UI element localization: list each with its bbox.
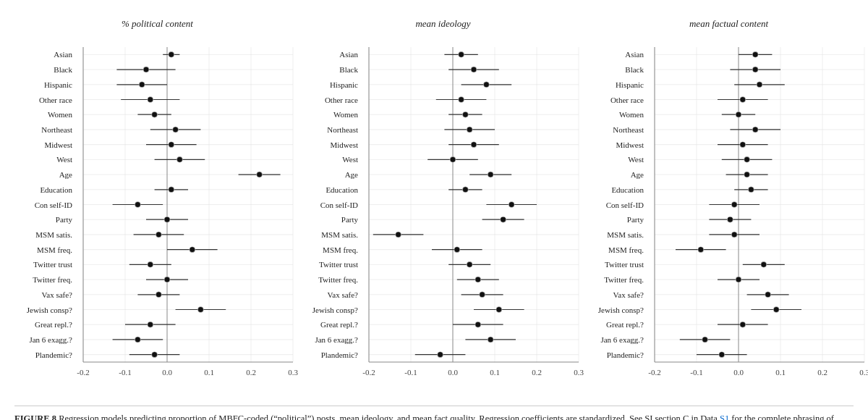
point-p1-14	[467, 261, 472, 267]
point-p2-3	[740, 97, 746, 103]
chart-panel-2: mean factual contentAsianBlackHispanicOt…	[586, 14, 868, 394]
point-p2-1	[752, 67, 758, 72]
tick-label-p2-0.2: 0.2	[817, 368, 827, 377]
point-p1-15	[475, 277, 481, 282]
row-label-19: Jan 6 exagg.?	[29, 335, 72, 344]
point-p0-16	[156, 292, 161, 298]
row-label-18: Great repl.?	[35, 320, 72, 329]
point-p2-12	[731, 232, 737, 238]
row-label-p2-14: Twitter trust	[605, 260, 644, 269]
point-p2-15	[736, 277, 741, 282]
row-label-p1-6: Midwest	[331, 140, 359, 149]
row-label-1: Black	[54, 65, 72, 74]
point-p0-7	[176, 156, 182, 162]
point-p0-0	[169, 51, 174, 57]
row-label-p2-2: Hispanic	[616, 80, 644, 89]
row-label-13: MSM freq.	[37, 245, 72, 254]
caption-text: Regression models predicting proportion …	[14, 413, 834, 420]
row-label-p2-9: Education	[611, 185, 644, 194]
tick-label-p2--0.1: -0.1	[690, 368, 702, 377]
point-p1-11	[501, 217, 506, 222]
row-label-4: Women	[48, 110, 72, 119]
row-label-2: Hispanic	[44, 80, 72, 89]
row-label-6: Midwest	[45, 140, 73, 149]
tick-label-p1-0.1: 0.1	[490, 368, 500, 377]
point-p2-9	[748, 187, 754, 193]
point-p0-5	[173, 127, 179, 133]
tick-label-p1--0.2: -0.2	[362, 368, 375, 377]
point-p1-13	[454, 247, 460, 253]
chart-panel-1: mean ideologyAsianBlackHispanicOther rac…	[300, 14, 586, 394]
point-p0-20	[152, 352, 158, 358]
row-label-p2-17: Jewish consp?	[598, 306, 644, 314]
point-p0-1	[143, 67, 149, 72]
point-p0-8	[257, 172, 263, 177]
point-p2-0	[752, 51, 758, 57]
row-label-p2-1: Black	[625, 65, 644, 74]
row-label-p1-15: Twitter freq.	[318, 275, 358, 284]
chart-title-2: mean factual content	[586, 18, 868, 30]
point-p0-19	[135, 337, 140, 343]
row-label-p2-11: Party	[627, 215, 644, 224]
row-label-3: Other race	[39, 96, 72, 104]
point-p2-14	[761, 261, 767, 267]
tick-label-p0-0.1: 0.1	[204, 368, 214, 377]
tick-label-p1-0: 0.0	[448, 368, 458, 377]
tick-label-p0--0.2: -0.2	[77, 368, 89, 377]
point-p1-17	[496, 307, 502, 313]
point-p2-18	[740, 322, 746, 327]
row-label-p1-11: Party	[341, 215, 359, 224]
row-label-p1-13: MSM freq.	[323, 245, 358, 254]
row-label-p2-5: Northeast	[613, 125, 644, 134]
row-label-p1-20: Plandemic?	[321, 350, 358, 359]
row-label-p2-12: MSM satis.	[607, 230, 644, 239]
row-label-20: Plandemic?	[35, 350, 72, 359]
point-p1-10	[509, 202, 514, 208]
row-label-p2-16: Vax safe?	[613, 290, 644, 299]
point-p1-7	[450, 156, 456, 162]
point-p1-2	[483, 82, 489, 88]
tick-label-p2-0: 0.0	[733, 368, 744, 377]
row-label-p2-18: Great repl.?	[606, 320, 644, 329]
point-p2-19	[702, 337, 708, 343]
point-p0-10	[135, 202, 140, 208]
row-label-p1-5: Northeast	[327, 125, 358, 134]
row-label-p1-7: West	[342, 155, 358, 164]
point-p1-0	[459, 51, 464, 57]
point-p2-13	[698, 247, 704, 253]
row-label-12: MSM satis.	[35, 230, 72, 239]
point-p0-4	[152, 112, 158, 117]
point-p2-2	[757, 82, 762, 88]
point-p0-3	[148, 97, 153, 103]
row-label-p1-18: Great repl.?	[320, 320, 358, 329]
row-label-11: Party	[56, 215, 73, 224]
row-label-17: Jewish consp?	[27, 306, 72, 314]
row-label-p1-8: Age	[345, 170, 358, 179]
row-label-14: Twitter trust	[33, 260, 72, 269]
tick-label-p2-0.1: 0.1	[775, 368, 786, 377]
tick-label-p0--0.1: -0.1	[119, 368, 131, 377]
row-label-p2-4: Women	[619, 110, 644, 119]
tick-label-p1-0.3: 0.3	[574, 368, 584, 377]
figure-caption: FIGURE 8 Regression models predicting pr…	[14, 406, 854, 420]
charts-row: % political contentAsianBlackHispanicOth…	[14, 14, 854, 394]
point-p2-5	[752, 127, 758, 133]
point-p2-8	[744, 172, 750, 177]
row-label-p1-19: Jan 6 exagg.?	[315, 335, 358, 344]
point-p1-4	[462, 112, 468, 117]
chart-svg-1: AsianBlackHispanicOther raceWomenNorthea…	[300, 36, 586, 391]
row-label-15: Twitter freq.	[33, 275, 72, 284]
chart-title-0: % political content	[14, 18, 300, 30]
point-p2-17	[773, 307, 779, 313]
tick-label-p1-0.2: 0.2	[532, 368, 542, 377]
row-label-p2-8: Age	[631, 170, 644, 179]
row-label-p2-7: West	[628, 155, 644, 164]
point-p2-7	[744, 156, 750, 162]
row-label-p1-1: Black	[339, 65, 358, 74]
chart-panel-0: % political contentAsianBlackHispanicOth…	[14, 14, 300, 394]
point-p1-9	[462, 187, 468, 193]
row-label-8: Age	[59, 170, 72, 179]
row-label-p2-19: Jan 6 exagg.?	[600, 335, 644, 344]
point-p0-2	[139, 82, 145, 88]
row-label-p1-2: Hispanic	[330, 80, 358, 89]
